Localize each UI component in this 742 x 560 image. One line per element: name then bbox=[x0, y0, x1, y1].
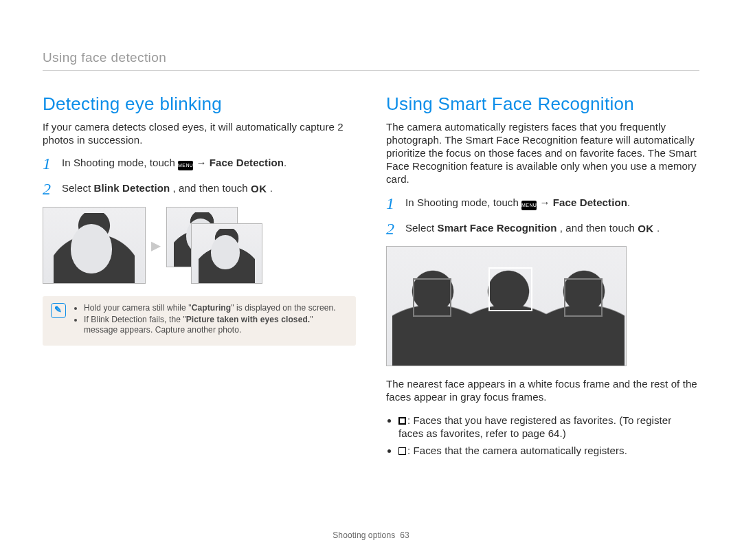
step2-suffix: . bbox=[270, 182, 273, 194]
legend-list: : Faces that you have registered as favo… bbox=[386, 414, 699, 458]
right-step-1: In Shooting mode, touch MENU → Face Dete… bbox=[386, 196, 699, 210]
single-square-icon bbox=[398, 447, 406, 455]
step2-mid: , and then touch bbox=[173, 182, 251, 194]
footer-page: 63 bbox=[400, 530, 409, 540]
rstep2-mid: , and then touch bbox=[560, 222, 638, 234]
heading-eye-blinking: Detecting eye blinking bbox=[43, 93, 356, 115]
heading-smart-face: Using Smart Face Recognition bbox=[386, 93, 699, 115]
footer-section: Shooting options bbox=[333, 530, 395, 540]
face-icon bbox=[71, 224, 112, 273]
smart-face-illustration bbox=[386, 246, 627, 366]
running-header: Using face detection bbox=[43, 49, 699, 71]
rstep2-prefix: Select bbox=[405, 222, 438, 234]
chevron-right-icon: ▸ bbox=[151, 236, 161, 255]
face-icon bbox=[211, 235, 240, 269]
legend2-text: : Faces that the camera automatically re… bbox=[407, 445, 627, 456]
intro-smart-face: The camera automatically registers faces… bbox=[386, 120, 699, 186]
note-icon: ✎ bbox=[51, 303, 66, 318]
step1-bold: Face Detection bbox=[210, 157, 284, 168]
left-column: Detecting eye blinking If your camera de… bbox=[43, 93, 356, 461]
photo-thumb-large bbox=[43, 207, 146, 284]
double-square-icon bbox=[398, 417, 406, 425]
step2-bold: Blink Detection bbox=[94, 182, 170, 194]
menu-icon: MENU bbox=[178, 161, 193, 170]
rstep1-suffix: . bbox=[627, 197, 630, 208]
blink-illustration: ▸ bbox=[43, 207, 356, 284]
ok-icon: OK bbox=[638, 222, 654, 235]
note2-a: If Blink Detection fails, the " bbox=[84, 315, 186, 324]
note2-bold: Picture taken with eyes closed. bbox=[186, 315, 311, 324]
right-step-2: Select Smart Face Recognition , and then… bbox=[386, 221, 699, 235]
legend1-text: : Faces that you have registered as favo… bbox=[398, 414, 671, 439]
after-illus-text: The nearest face appears in a white focu… bbox=[386, 377, 699, 403]
note-box: ✎ Hold your camera still while "Capturin… bbox=[43, 296, 356, 346]
rstep2-suffix: . bbox=[657, 222, 660, 234]
rstep1-bold: Face Detection bbox=[553, 197, 627, 208]
focus-frame-gray bbox=[564, 278, 603, 317]
rstep1-prefix: In Shooting mode, touch bbox=[405, 197, 521, 208]
legend-favorite: : Faces that you have registered as favo… bbox=[398, 414, 699, 440]
note-item-1: Hold your camera still while "Capturing"… bbox=[84, 303, 345, 313]
note1-bold: Capturing bbox=[192, 303, 232, 313]
note-item-2: If Blink Detection fails, the "Picture t… bbox=[84, 315, 345, 336]
arrow-icon: → bbox=[196, 157, 209, 168]
photo-thumb-small-2 bbox=[191, 223, 262, 284]
ok-icon: OK bbox=[251, 182, 267, 195]
note1-a: Hold your camera still while " bbox=[84, 303, 192, 313]
intro-eye-blinking: If your camera detects closed eyes, it w… bbox=[43, 120, 356, 146]
focus-frame-white bbox=[488, 267, 532, 311]
step1-suffix: . bbox=[284, 157, 286, 168]
right-column: Using Smart Face Recognition The camera … bbox=[386, 93, 699, 461]
page-footer: Shooting options 63 bbox=[0, 530, 742, 541]
rstep2-bold: Smart Face Recognition bbox=[438, 222, 557, 234]
menu-icon: MENU bbox=[521, 201, 537, 210]
left-step-1: In Shooting mode, touch MENU → Face Dete… bbox=[43, 156, 356, 170]
step1-text-prefix: In Shooting mode, touch bbox=[62, 157, 178, 168]
left-step-2: Select Blink Detection , and then touch … bbox=[43, 181, 356, 195]
note1-b: " is displayed on the screen. bbox=[231, 303, 336, 313]
step2-prefix: Select bbox=[62, 182, 94, 194]
focus-frame-gray bbox=[413, 278, 451, 317]
legend-auto: : Faces that the camera automatically re… bbox=[398, 444, 699, 457]
arrow-icon: → bbox=[539, 197, 552, 208]
